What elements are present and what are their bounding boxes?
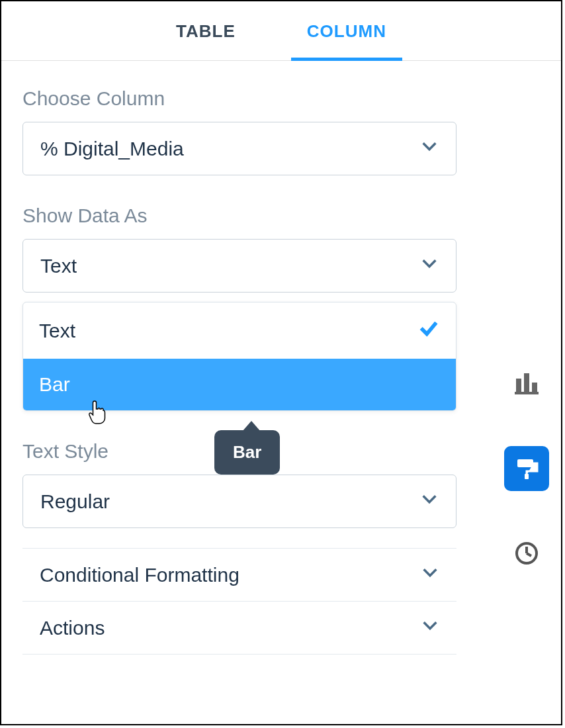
option-text-label: Text [39, 320, 75, 342]
chevron-down-icon [421, 563, 439, 586]
choose-column-label: Choose Column [22, 87, 456, 110]
svg-rect-4 [517, 459, 533, 467]
svg-line-8 [527, 553, 531, 556]
chevron-down-icon [420, 490, 439, 513]
column-settings-panel: Choose Column % Digital_Media Show Data … [1, 87, 478, 655]
option-bar[interactable]: Bar [23, 359, 456, 410]
option-text[interactable]: Text [23, 302, 456, 359]
svg-rect-1 [524, 373, 529, 392]
show-data-as-value: Text [40, 255, 77, 277]
svg-rect-5 [525, 474, 529, 479]
chevron-down-icon [420, 137, 439, 160]
show-data-as-label: Show Data As [22, 205, 456, 227]
chevron-down-icon [421, 616, 439, 639]
paint-roller-icon[interactable] [504, 446, 549, 491]
text-style-select[interactable]: Regular [22, 475, 456, 528]
choose-column-select[interactable]: % Digital_Media [22, 122, 456, 175]
history-icon[interactable] [504, 531, 549, 576]
tab-column[interactable]: COLUMN [291, 15, 402, 61]
conditional-formatting-label: Conditional Formatting [40, 564, 239, 586]
svg-rect-3 [515, 392, 539, 394]
text-style-value: Regular [40, 490, 110, 513]
chart-icon[interactable] [504, 361, 549, 406]
svg-rect-0 [516, 379, 521, 392]
option-bar-label: Bar [39, 373, 70, 396]
tab-strip: TABLE COLUMN [1, 1, 561, 61]
properties-panel: TABLE COLUMN Choose Column % Digital_Med… [0, 0, 562, 725]
side-tool-rail [503, 361, 550, 576]
actions-section[interactable]: Actions [22, 601, 456, 655]
tab-table[interactable]: TABLE [160, 15, 251, 60]
tooltip-bar: Bar [214, 430, 280, 475]
show-data-as-listbox: Text Bar [22, 302, 456, 411]
check-icon [417, 317, 440, 344]
show-data-as-select[interactable]: Text [22, 239, 456, 293]
show-data-as-dropdown: Text Text Bar [22, 239, 456, 411]
choose-column-value: % Digital_Media [40, 138, 184, 160]
svg-rect-2 [532, 383, 537, 392]
conditional-formatting-section[interactable]: Conditional Formatting [22, 548, 456, 601]
chevron-down-icon [420, 254, 439, 277]
actions-label: Actions [40, 617, 105, 639]
